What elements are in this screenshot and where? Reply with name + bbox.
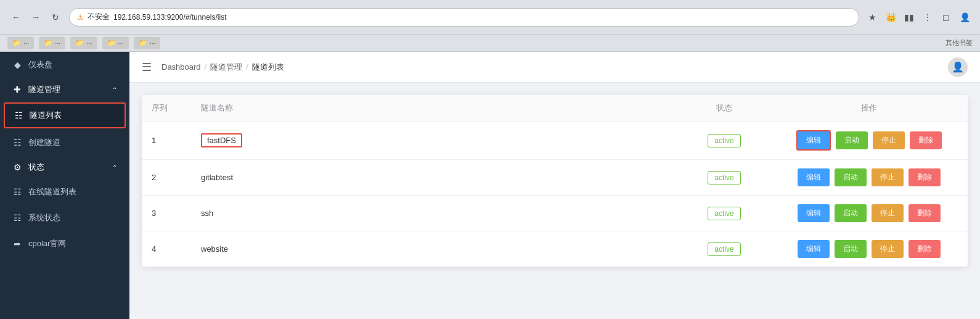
- action-cell: 编辑 启动 停止 删除: [770, 196, 968, 231]
- start-button-3[interactable]: 启动: [835, 204, 867, 222]
- lock-icon: ⚠: [77, 13, 84, 22]
- menu-toggle-icon[interactable]: ☰: [142, 60, 152, 74]
- start-button-4[interactable]: 启动: [835, 240, 867, 258]
- table-header: 序列 隧道名称 状态 操作: [142, 95, 968, 122]
- action-cell: 编辑 启动 停止 删除: [770, 160, 968, 196]
- chevron-up-icon: ⌃: [112, 86, 117, 93]
- sidebar-tunnel-management-label: 隧道管理: [28, 84, 60, 95]
- bookmark-3[interactable]: 📁 ···: [70, 37, 97, 49]
- sidebar-item-tunnel-list[interactable]: ☷ 隧道列表: [4, 102, 126, 128]
- table-row: 1 fastDFS active 编辑 启动: [142, 122, 968, 160]
- sidebar-online-tunnel-label: 在线隧道列表: [28, 186, 76, 197]
- user-avatar-button[interactable]: 👤: [957, 9, 973, 25]
- external-link-icon: ➦: [12, 239, 22, 249]
- status-cell: active: [678, 122, 770, 160]
- stop-button-4[interactable]: 停止: [872, 240, 904, 258]
- status-badge: active: [708, 207, 740, 220]
- sidebar-dashboard-label: 仪表盘: [28, 59, 52, 70]
- table-row: 4 website active 编辑 启动 停止 删除: [142, 231, 968, 267]
- bookmark-2[interactable]: 📁 ···: [39, 37, 65, 49]
- stop-button-2[interactable]: 停止: [872, 168, 904, 186]
- bookmark-5[interactable]: 📁 ···: [134, 37, 160, 49]
- start-button-2[interactable]: 启动: [835, 168, 867, 186]
- breadcrumb-dashboard[interactable]: Dashboard: [161, 62, 201, 72]
- header-right: 👤: [948, 57, 968, 77]
- table-row: 3 ssh active 编辑 启动 停止 删除: [142, 196, 968, 231]
- name-cell: website: [191, 231, 678, 267]
- seq-cell: 3: [142, 196, 191, 231]
- system-status-icon: ☷: [12, 213, 22, 223]
- action-buttons: 编辑 启动 停止 删除: [780, 204, 958, 222]
- sidebar-section-tunnel-management[interactable]: ✚ 隧道管理 ⌃: [0, 78, 129, 101]
- browser-chrome: ← → ↻ ⚠ 不安全 192.168.59.133:9200/#/tunnel…: [0, 0, 980, 35]
- sidebar-cpolar-label: cpolar官网: [28, 238, 66, 249]
- stop-button-3[interactable]: 停止: [872, 204, 904, 222]
- delete-button-4[interactable]: 删除: [909, 240, 941, 258]
- action-buttons: 编辑 启动 停止 删除: [780, 130, 958, 151]
- edit-button-2[interactable]: 编辑: [798, 168, 830, 186]
- edit-button-3[interactable]: 编辑: [798, 204, 830, 222]
- bookmark-icon-2: 📁: [44, 39, 52, 47]
- maximize-button[interactable]: ◻: [938, 9, 954, 25]
- online-tunnel-icon: ☷: [12, 187, 22, 197]
- action-buttons: 编辑 启动 停止 删除: [780, 168, 958, 186]
- bookmark-4[interactable]: 📁 ···: [102, 37, 129, 49]
- stop-button-1[interactable]: 停止: [873, 131, 905, 149]
- browser-actions: ★ 👑 ▮▮ ⋮ ◻ 👤: [864, 9, 973, 25]
- sidebar-status-label: 状态: [28, 162, 44, 173]
- delete-button-3[interactable]: 删除: [909, 204, 941, 222]
- table-body: 1 fastDFS active 编辑 启动: [142, 122, 968, 267]
- breadcrumb-sep-2: /: [246, 62, 248, 72]
- tunnel-list-icon: ☷: [14, 110, 23, 120]
- profile-button[interactable]: 👑: [883, 9, 899, 25]
- back-button[interactable]: ←: [7, 9, 25, 26]
- bookmarks-right-label[interactable]: 其他书签: [945, 38, 973, 48]
- tunnel-table: 序列 隧道名称 状态 操作 1 fastDFS: [142, 95, 968, 267]
- col-header-action: 操作: [770, 95, 968, 122]
- edit-button-1[interactable]: 编辑: [796, 130, 831, 151]
- name-cell: ssh: [191, 196, 678, 231]
- sidebar: ◆ 仪表盘 ✚ 隧道管理 ⌃ ☷ 隧道列表 ☷ 创建隧道 ⚙ 状态 ⌃ ☷ 在线…: [0, 52, 129, 319]
- bookmark-star-button[interactable]: ★: [864, 9, 880, 25]
- bookmark-icon-1: 📁: [12, 39, 21, 47]
- extensions-button[interactable]: ▮▮: [901, 9, 917, 25]
- breadcrumb-current: 隧道列表: [252, 62, 284, 73]
- url-text: 192.168.59.133:9200/#/tunnels/list: [113, 13, 226, 22]
- status-icon: ⚙: [12, 162, 22, 172]
- security-label: 不安全: [88, 12, 110, 22]
- address-bar[interactable]: ⚠ 不安全 192.168.59.133:9200/#/tunnels/list: [69, 8, 859, 27]
- bookmark-icon-3: 📁: [75, 39, 84, 47]
- sidebar-section-status[interactable]: ⚙ 状态 ⌃: [0, 155, 129, 179]
- sidebar-item-dashboard[interactable]: ◆ 仪表盘: [0, 52, 129, 78]
- sidebar-item-online-tunnel-list[interactable]: ☷ 在线隧道列表: [0, 179, 129, 205]
- tunnel-table-container: 序列 隧道名称 状态 操作 1 fastDFS: [142, 95, 968, 267]
- breadcrumb-sep-1: /: [205, 62, 207, 72]
- edit-button-4[interactable]: 编辑: [798, 240, 830, 258]
- action-cell: 编辑 启动 停止 删除: [770, 122, 968, 160]
- col-header-seq: 序列: [142, 95, 191, 122]
- forward-button[interactable]: →: [27, 9, 44, 26]
- start-button-1[interactable]: 启动: [836, 131, 868, 149]
- sidebar-item-system-status[interactable]: ☷ 系统状态: [0, 205, 129, 231]
- delete-button-2[interactable]: 删除: [909, 168, 941, 186]
- sidebar-create-tunnel-label: 创建隧道: [28, 137, 60, 148]
- sidebar-item-cpolar[interactable]: ➦ cpolar官网: [0, 231, 129, 257]
- bookmark-icon-5: 📁: [139, 39, 147, 47]
- content-area: 序列 隧道名称 状态 操作 1 fastDFS: [129, 83, 980, 319]
- breadcrumb-tunnel-management[interactable]: 隧道管理: [210, 62, 242, 73]
- create-tunnel-icon: ☷: [12, 138, 22, 147]
- seq-cell: 4: [142, 231, 191, 267]
- bookmark-1[interactable]: 📁 ···: [7, 37, 34, 49]
- status-cell: active: [678, 160, 770, 196]
- name-cell: gitlabtest: [191, 160, 678, 196]
- status-badge: active: [708, 134, 740, 147]
- status-cell: active: [678, 196, 770, 231]
- reload-button[interactable]: ↻: [47, 9, 64, 26]
- more-button[interactable]: ⋮: [920, 9, 936, 25]
- delete-button-1[interactable]: 删除: [910, 131, 942, 149]
- status-badge: active: [708, 242, 740, 256]
- sidebar-item-create-tunnel[interactable]: ☷ 创建隧道: [0, 130, 129, 155]
- avatar[interactable]: 👤: [948, 57, 968, 77]
- sidebar-tunnel-list-label: 隧道列表: [30, 110, 62, 121]
- tunnel-name-fastdfs: fastDFS: [201, 133, 242, 147]
